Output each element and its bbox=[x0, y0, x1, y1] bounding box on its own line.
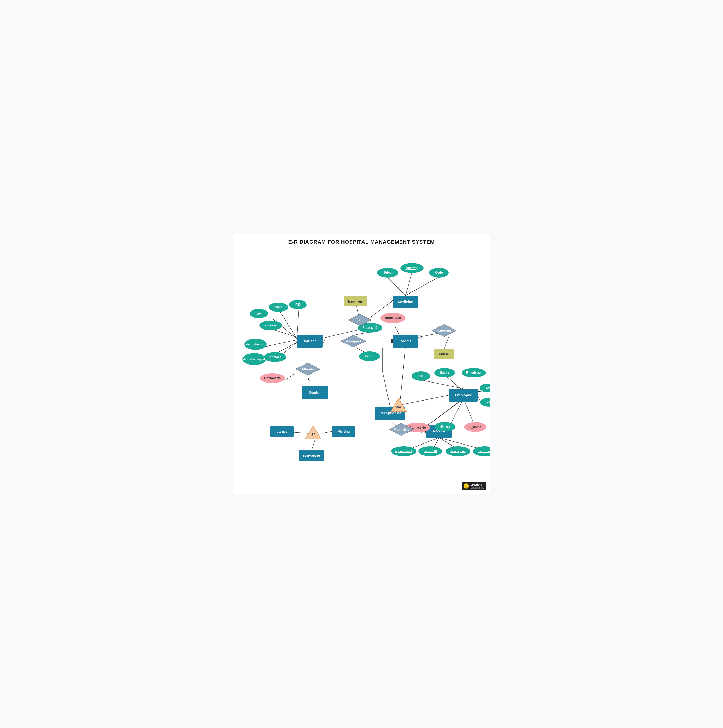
entity-rooms: Rooms bbox=[393, 335, 418, 347]
svg-line-49 bbox=[401, 395, 449, 405]
attr-nid: NID bbox=[480, 398, 490, 407]
entity-employee: Employee bbox=[449, 389, 478, 402]
attr-history: History bbox=[434, 422, 455, 431]
svg-line-26 bbox=[444, 336, 449, 349]
svg-line-48 bbox=[400, 347, 406, 399]
entity-permanent: Permanent bbox=[299, 450, 325, 461]
svg-line-35 bbox=[312, 440, 315, 450]
attr-room-type: Room type bbox=[380, 313, 406, 323]
attr-code: Code bbox=[429, 268, 449, 278]
entity-patient: Patient bbox=[297, 335, 323, 347]
attr-description: description bbox=[446, 446, 470, 456]
isa-doctor: ISA bbox=[305, 425, 322, 440]
rel-maintains: Maintains bbox=[389, 423, 414, 436]
isa-employee: ISA bbox=[390, 398, 407, 412]
attr-record-no: record_no bbox=[473, 446, 490, 456]
rel-assigned: Assigned bbox=[340, 335, 367, 347]
attr-period: Period bbox=[359, 352, 380, 361]
svg-line-2 bbox=[406, 277, 438, 295]
creately-badge: 💡 creately Diagramming bbox=[462, 482, 486, 490]
svg-marker-68 bbox=[391, 398, 406, 411]
rel-bill: Bill bbox=[348, 314, 372, 326]
svg-point-25 bbox=[419, 336, 421, 338]
svg-line-1 bbox=[406, 273, 412, 295]
attr-e-address: E_address bbox=[462, 368, 486, 377]
attr-price: Price bbox=[377, 268, 398, 278]
entity-nurse: Nurse bbox=[434, 349, 454, 359]
svg-line-54 bbox=[478, 391, 483, 392]
svg-line-51 bbox=[422, 380, 463, 389]
svg-line-37 bbox=[382, 371, 390, 407]
attr-salary: Salary bbox=[434, 368, 455, 377]
attr-date-admitted: date admitted bbox=[244, 338, 267, 350]
svg-line-11 bbox=[280, 311, 297, 338]
entity-doctor: Doctor bbox=[302, 386, 328, 399]
attr-sex: sex bbox=[250, 309, 268, 318]
rel-attends: Attends bbox=[295, 362, 320, 376]
entity-trainee: trainee bbox=[270, 426, 294, 437]
attr-address: address bbox=[259, 321, 282, 330]
svg-line-13 bbox=[272, 329, 297, 337]
svg-line-23 bbox=[395, 327, 399, 335]
creately-text: creately Diagramming bbox=[470, 483, 484, 489]
entity-treatment: Treatment bbox=[344, 296, 367, 306]
svg-point-18 bbox=[322, 340, 325, 343]
attr-quantity: Quantity bbox=[400, 263, 423, 273]
entity-visiting: Visiting bbox=[332, 426, 355, 437]
attr-appointment: appointment bbox=[391, 446, 416, 456]
rel-governs: Governs bbox=[431, 324, 457, 337]
diagram-container: E-R DIAGRAM FOR HOSPITAL MANAGEMENT SYST… bbox=[233, 234, 490, 494]
attr-contact-no-patient: Contact No bbox=[260, 373, 285, 383]
attr-pid: PID bbox=[289, 300, 307, 309]
attr-name: name bbox=[269, 303, 288, 312]
attr-e-name: E_name bbox=[464, 422, 486, 432]
diagram-title: E-R DIAGRAM FOR HOSPITAL MANAGEMENT SYST… bbox=[233, 234, 490, 246]
attr-p-details: P details bbox=[264, 352, 286, 362]
attr-patient-id: patient_ID bbox=[418, 446, 442, 456]
attr-date-discharged: date discharged bbox=[242, 353, 266, 365]
attr-eid: EID bbox=[412, 372, 430, 381]
attr-sex-emp: Sex bbox=[479, 384, 490, 392]
entity-medicine: Medicine bbox=[393, 295, 418, 309]
svg-line-5 bbox=[389, 299, 393, 301]
svg-point-30 bbox=[308, 378, 311, 381]
svg-line-12 bbox=[297, 309, 299, 338]
svg-marker-67 bbox=[305, 426, 321, 439]
creately-bulb-icon: 💡 bbox=[464, 483, 469, 488]
svg-line-34 bbox=[322, 431, 332, 433]
svg-line-0 bbox=[388, 277, 406, 295]
